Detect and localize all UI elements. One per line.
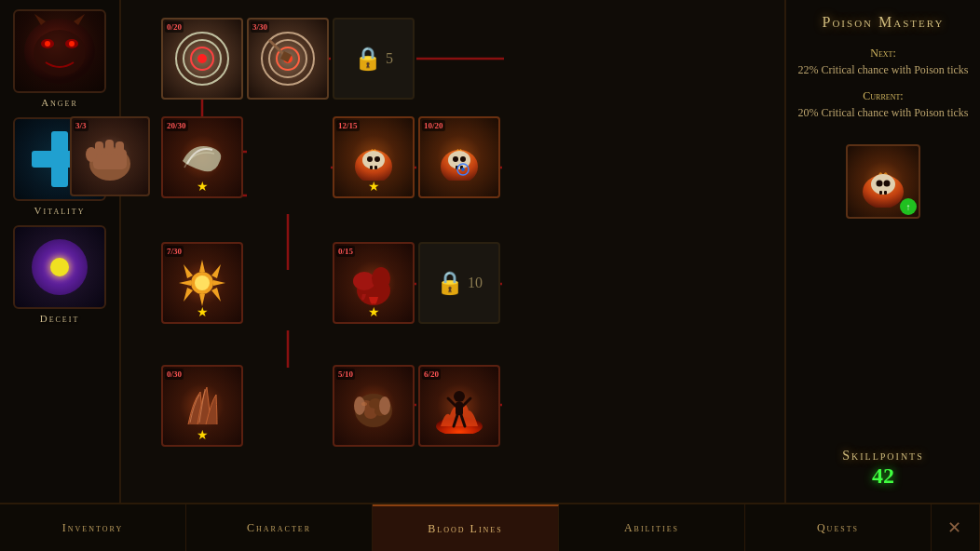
skill-node-target2[interactable]: 3/30 — [247, 18, 329, 100]
skill-node-skull1[interactable]: 12/15 — [333, 116, 415, 198]
svg-point-47 — [460, 156, 466, 162]
nav-quests[interactable]: Quests — [745, 504, 932, 551]
fist-svg — [82, 128, 138, 184]
nav-abilities[interactable]: Abilities — [559, 504, 745, 551]
skill-count-13: 6/20 — [422, 369, 441, 380]
skill-node-target1[interactable]: 0/20 — [161, 18, 243, 100]
skill-node-skull2[interactable]: 10/20 — [418, 116, 500, 198]
svg-point-83 — [876, 180, 882, 186]
svg-line-76 — [448, 398, 456, 406]
nav-bloodlines[interactable]: Blood Lines — [373, 504, 559, 551]
node-inner-6: 12/15 — [334, 118, 413, 196]
svg-rect-41 — [370, 166, 373, 169]
anger-stat[interactable]: Anger — [8, 9, 111, 108]
skill-node-armor[interactable]: 5/10 — [333, 365, 415, 447]
svg-marker-60 — [184, 288, 193, 302]
blood-svg — [346, 255, 402, 311]
skill-node-fist[interactable]: 3/3 — [70, 116, 150, 196]
node-inner-11: 0/30 ★ — [163, 367, 241, 445]
node-inner-7: 10/20 — [420, 118, 498, 196]
right-panel: Poison Mastery Next: 22% Critical chance… — [784, 0, 980, 503]
skill-node-blood[interactable]: 0/15 ★ — [333, 242, 415, 324]
skillpoints-value: 42 — [796, 464, 971, 489]
skill-node-locked2[interactable]: 🔒 10 — [418, 242, 500, 324]
skill-node-explosion[interactable]: 7/30 — [161, 242, 243, 324]
skill-preview[interactable]: ↑ — [846, 144, 920, 219]
skillpoints-label: Skillpoints — [796, 449, 971, 464]
anger-icon — [13, 9, 106, 93]
panel-next-text: 22% Critical chance with Poison ticks — [798, 63, 969, 76]
skill-star-6: ★ — [368, 179, 380, 195]
deceit-label: Deceit — [40, 313, 80, 324]
svg-point-4 — [45, 41, 50, 47]
svg-point-53 — [195, 276, 210, 290]
anger-label: Anger — [41, 97, 78, 108]
skill-count-6: 12/15 — [336, 120, 360, 131]
armor-svg — [346, 378, 402, 434]
nav-inventory[interactable]: Inventory — [0, 504, 186, 551]
svg-point-46 — [453, 156, 458, 162]
node-inner-9: 0/15 ★ — [334, 244, 413, 322]
svg-rect-86 — [884, 191, 887, 195]
deceit-icon — [13, 225, 106, 309]
svg-marker-57 — [213, 280, 225, 286]
svg-point-39 — [367, 156, 373, 162]
node-inner-4: 3/3 — [72, 118, 148, 195]
content-area: Anger Vitality Deceit — [0, 0, 980, 503]
svg-marker-54 — [199, 260, 205, 272]
bottom-nav: Inventory Character Blood Lines Abilitie… — [0, 503, 980, 551]
skill-count-7: 10/20 — [422, 120, 445, 131]
svg-line-77 — [463, 398, 470, 406]
lock-number-2: 10 — [468, 275, 483, 291]
target-svg-1 — [174, 31, 230, 87]
target-svg-2 — [260, 31, 316, 87]
fireman-svg — [431, 378, 487, 434]
upgrade-arrow[interactable]: ↑ — [900, 198, 917, 215]
skill-count-8: 7/30 — [165, 246, 184, 257]
svg-point-84 — [883, 180, 890, 186]
panel-current-desc: Current: 20% Critical chance with Poison… — [796, 87, 971, 121]
lock-icon-2: 🔒 — [436, 270, 464, 296]
skill-node-slash[interactable]: 20/30 ★ — [161, 116, 243, 198]
deceit-eye-icon — [32, 239, 88, 295]
skill-star-9: ★ — [368, 304, 380, 320]
svg-rect-33 — [105, 140, 114, 155]
svg-rect-34 — [116, 141, 124, 155]
node-inner-1: 0/20 — [163, 20, 241, 98]
svg-rect-42 — [374, 166, 377, 169]
main-container: Anger Vitality Deceit — [0, 0, 980, 551]
skill-star-5: ★ — [197, 179, 209, 195]
lock-number-1: 5 — [386, 50, 393, 67]
left-sidebar: Anger Vitality Deceit — [0, 0, 121, 503]
svg-rect-75 — [456, 402, 463, 415]
eye-pupil — [50, 258, 69, 276]
svg-point-64 — [372, 267, 390, 289]
skill-node-claws[interactable]: 0/30 ★ — [161, 365, 243, 447]
slash-svg — [173, 128, 231, 186]
vitality-label: Vitality — [34, 205, 86, 216]
skill-node-locked1[interactable]: 🔒 5 — [333, 18, 415, 100]
skill-count-12: 5/10 — [336, 369, 355, 380]
skull-svg-2 — [436, 134, 483, 181]
skill-count-9: 0/15 — [336, 246, 355, 257]
deceit-stat[interactable]: Deceit — [8, 225, 111, 324]
node-inner-12: 5/10 — [334, 367, 413, 445]
svg-point-40 — [374, 156, 380, 162]
svg-point-51 — [461, 168, 465, 171]
svg-point-1 — [34, 30, 86, 76]
svg-marker-59 — [211, 264, 221, 278]
skill-node-fireman[interactable]: 6/20 — [418, 365, 500, 447]
svg-point-35 — [86, 147, 97, 162]
node-inner-13: 6/20 — [420, 367, 498, 445]
skull-svg-1 — [350, 134, 397, 181]
skill-tree: 0/20 3/30 — [121, 0, 784, 503]
nav-character[interactable]: Character — [186, 504, 373, 551]
panel-next-label: Next: — [870, 47, 896, 60]
skill-count-4: 3/3 — [74, 120, 88, 131]
panel-next-desc: Next: 22% Critical chance with Poison ti… — [796, 45, 971, 78]
close-button[interactable]: ✕ — [932, 504, 980, 551]
node-inner-5: 20/30 ★ — [163, 118, 241, 196]
anger-face-svg — [18, 14, 102, 88]
panel-title: Poison Mastery — [796, 14, 971, 31]
skill-count-2: 3/30 — [251, 21, 269, 33]
